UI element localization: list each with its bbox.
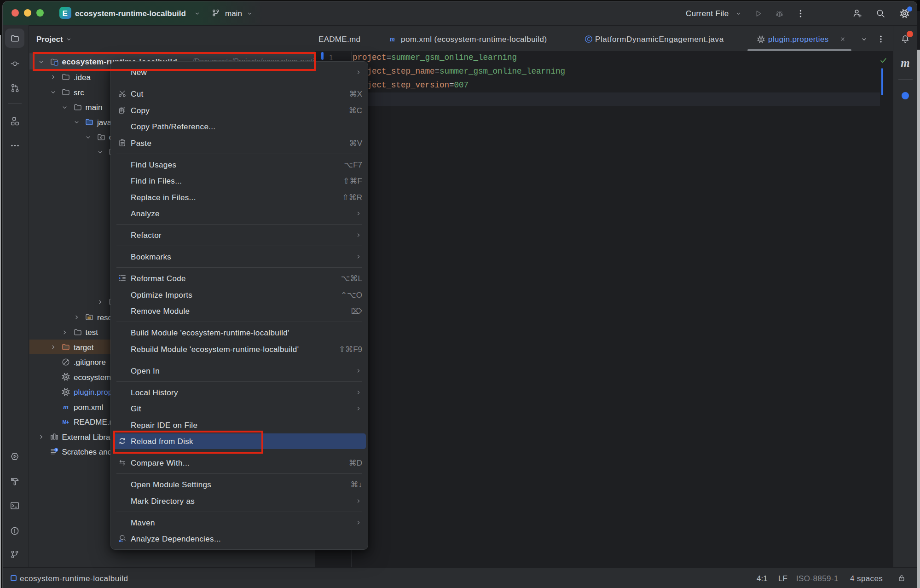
svg-text:M: M [63,419,67,424]
svg-text:C: C [587,37,590,42]
svg-text:m: m [901,57,909,69]
svg-text:m: m [63,403,69,410]
svg-text:m: m [389,35,394,42]
